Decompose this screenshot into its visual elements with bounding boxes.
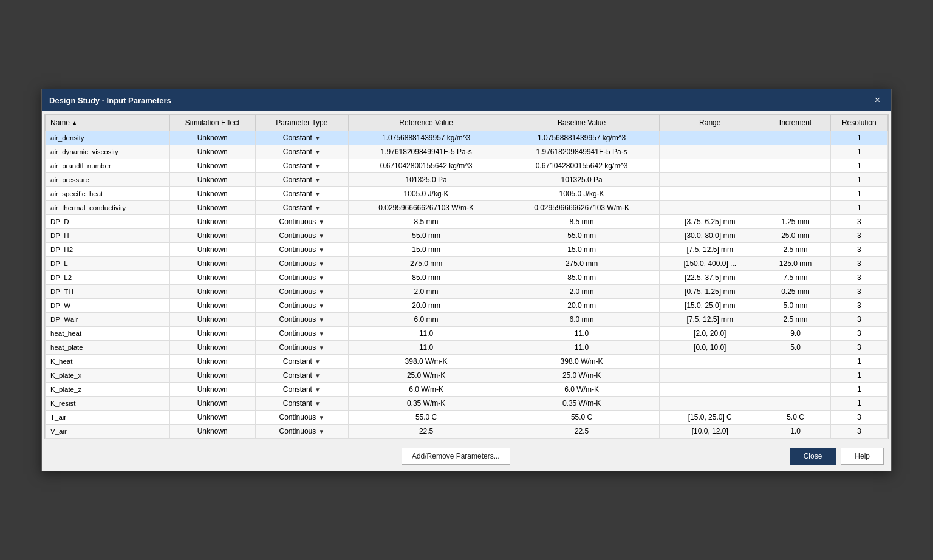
param-type-label: Continuous xyxy=(279,413,316,422)
row-name-cell: DP_L xyxy=(46,257,170,271)
param-type-label: Constant xyxy=(283,371,312,380)
table-row[interactable]: heat_plateUnknownContinuous▼11.011.0[0.0… xyxy=(46,341,888,355)
row-name-cell: DP_L2 xyxy=(46,271,170,285)
param-type-label: Continuous xyxy=(279,301,316,310)
row-name-cell: K_heat xyxy=(46,355,170,369)
row-name-cell: air_density xyxy=(46,131,170,145)
dropdown-arrow-icon[interactable]: ▼ xyxy=(315,205,321,211)
table-row[interactable]: DP_H2UnknownContinuous▼15.0 mm15.0 mm[7.… xyxy=(46,243,888,257)
col-header-refval[interactable]: Reference Value xyxy=(349,115,504,131)
row-name-cell: heat_heat xyxy=(46,327,170,341)
close-button[interactable]: Close xyxy=(790,448,836,465)
row-name-cell: air_pressure xyxy=(46,173,170,187)
dropdown-arrow-icon[interactable]: ▼ xyxy=(318,275,324,281)
dropdown-arrow-icon[interactable]: ▼ xyxy=(318,289,324,295)
help-button[interactable]: Help xyxy=(841,448,884,465)
table-container: Name Simulation Effect Parameter Type Re… xyxy=(44,114,889,439)
dialog-title: Design Study - Input Parameters xyxy=(49,96,171,105)
col-header-increment[interactable]: Increment xyxy=(760,115,830,131)
param-type-label: Continuous xyxy=(279,231,316,240)
table-row[interactable]: air_pressureUnknownConstant▼101325.0 Pa1… xyxy=(46,173,888,187)
table-row[interactable]: DP_LUnknownContinuous▼275.0 mm275.0 mm[1… xyxy=(46,257,888,271)
table-row[interactable]: V_airUnknownContinuous▼22.522.5[10.0, 12… xyxy=(46,425,888,439)
param-type-label: Continuous xyxy=(279,287,316,296)
footer-center: Add/Remove Parameters... xyxy=(122,448,790,465)
table-row[interactable]: DP_THUnknownContinuous▼2.0 mm2.0 mm[0.75… xyxy=(46,285,888,299)
row-name-cell: air_prandtl_number xyxy=(46,159,170,173)
table-row[interactable]: air_densityUnknownConstant▼1.07568881439… xyxy=(46,131,888,145)
col-header-sim[interactable]: Simulation Effect xyxy=(169,115,255,131)
add-remove-button[interactable]: Add/Remove Parameters... xyxy=(402,448,510,465)
table-row[interactable]: T_airUnknownContinuous▼55.0 C55.0 C[15.0… xyxy=(46,411,888,425)
param-type-label: Constant xyxy=(283,148,312,156)
dropdown-arrow-icon[interactable]: ▼ xyxy=(318,316,324,323)
row-name-cell: V_air xyxy=(46,425,170,439)
footer: Add/Remove Parameters... Close Help xyxy=(42,442,891,471)
table-row[interactable]: K_resistUnknownConstant▼0.35 W/m-K0.35 W… xyxy=(46,397,888,411)
row-name-cell: air_thermal_conductivity xyxy=(46,201,170,215)
row-name-cell: K_resist xyxy=(46,397,170,411)
table-row[interactable]: DP_WUnknownContinuous▼20.0 mm20.0 mm[15.… xyxy=(46,299,888,313)
param-type-label: Constant xyxy=(283,357,312,366)
dropdown-arrow-icon[interactable]: ▼ xyxy=(318,247,324,253)
row-name-cell: DP_D xyxy=(46,215,170,229)
dropdown-arrow-icon[interactable]: ▼ xyxy=(315,163,321,169)
table-row[interactable]: K_plate_zUnknownConstant▼6.0 W/m-K6.0 W/… xyxy=(46,383,888,397)
param-type-label: Constant xyxy=(283,203,312,212)
row-name-cell: DP_W xyxy=(46,299,170,313)
dropdown-arrow-icon[interactable]: ▼ xyxy=(315,191,321,197)
col-header-resolution[interactable]: Resolution xyxy=(830,115,887,131)
table-row[interactable]: air_specific_heatUnknownConstant▼1005.0 … xyxy=(46,187,888,201)
param-type-label: Continuous xyxy=(279,315,316,324)
title-bar: Design Study - Input Parameters × xyxy=(42,89,891,111)
row-name-cell: DP_Wair xyxy=(46,313,170,327)
col-header-baseval[interactable]: Baseline Value xyxy=(504,115,660,131)
param-type-label: Continuous xyxy=(279,329,316,338)
dropdown-arrow-icon[interactable]: ▼ xyxy=(315,149,321,155)
row-name-cell: T_air xyxy=(46,411,170,425)
row-name-cell: DP_H xyxy=(46,229,170,243)
dropdown-arrow-icon[interactable]: ▼ xyxy=(315,358,321,365)
dropdown-arrow-icon[interactable]: ▼ xyxy=(318,219,324,225)
table-row[interactable]: DP_L2UnknownContinuous▼85.0 mm85.0 mm[22… xyxy=(46,271,888,285)
dropdown-arrow-icon[interactable]: ▼ xyxy=(318,414,324,421)
row-name-cell: heat_plate xyxy=(46,341,170,355)
dialog-close-button[interactable]: × xyxy=(871,94,884,106)
row-name-cell: air_dynamic_viscosity xyxy=(46,145,170,159)
footer-buttons: Close Help xyxy=(790,448,884,465)
param-type-label: Continuous xyxy=(279,273,316,282)
dropdown-arrow-icon[interactable]: ▼ xyxy=(315,177,321,183)
table-row[interactable]: DP_DUnknownContinuous▼8.5 mm8.5 mm[3.75,… xyxy=(46,215,888,229)
param-type-label: Constant xyxy=(283,190,312,198)
dropdown-arrow-icon[interactable]: ▼ xyxy=(318,261,324,267)
table-row[interactable]: air_dynamic_viscosityUnknownConstant▼1.9… xyxy=(46,145,888,159)
table-row[interactable]: air_prandtl_numberUnknownConstant▼0.6710… xyxy=(46,159,888,173)
dialog: Design Study - Input Parameters × Name S… xyxy=(41,89,892,471)
table-row[interactable]: K_heatUnknownConstant▼398.0 W/m-K398.0 W… xyxy=(46,355,888,369)
row-name-cell: K_plate_z xyxy=(46,383,170,397)
table-row[interactable]: DP_HUnknownContinuous▼55.0 mm55.0 mm[30.… xyxy=(46,229,888,243)
dropdown-arrow-icon[interactable]: ▼ xyxy=(315,135,321,142)
parameters-table: Name Simulation Effect Parameter Type Re… xyxy=(45,114,888,439)
dropdown-arrow-icon[interactable]: ▼ xyxy=(315,372,321,379)
row-name-cell: K_plate_x xyxy=(46,369,170,383)
dropdown-arrow-icon[interactable]: ▼ xyxy=(315,400,321,407)
col-header-name[interactable]: Name xyxy=(46,115,170,131)
param-type-label: Constant xyxy=(283,134,312,142)
param-type-label: Continuous xyxy=(279,259,316,268)
table-row[interactable]: air_thermal_conductivityUnknownConstant▼… xyxy=(46,201,888,215)
table-row[interactable]: heat_heatUnknownContinuous▼11.011.0[2.0,… xyxy=(46,327,888,341)
col-header-paramtype[interactable]: Parameter Type xyxy=(255,115,349,131)
dropdown-arrow-icon[interactable]: ▼ xyxy=(318,344,324,351)
dropdown-arrow-icon[interactable]: ▼ xyxy=(315,386,321,393)
table-row[interactable]: K_plate_xUnknownConstant▼25.0 W/m-K25.0 … xyxy=(46,369,888,383)
dropdown-arrow-icon[interactable]: ▼ xyxy=(318,233,324,239)
param-type-label: Continuous xyxy=(279,343,316,352)
dropdown-arrow-icon[interactable]: ▼ xyxy=(318,330,324,337)
dropdown-arrow-icon[interactable]: ▼ xyxy=(318,302,324,309)
table-row[interactable]: DP_WairUnknownContinuous▼6.0 mm6.0 mm[7.… xyxy=(46,313,888,327)
param-type-label: Constant xyxy=(283,399,312,408)
dropdown-arrow-icon[interactable]: ▼ xyxy=(318,428,324,435)
col-header-range[interactable]: Range xyxy=(660,115,760,131)
param-type-label: Constant xyxy=(283,385,312,394)
